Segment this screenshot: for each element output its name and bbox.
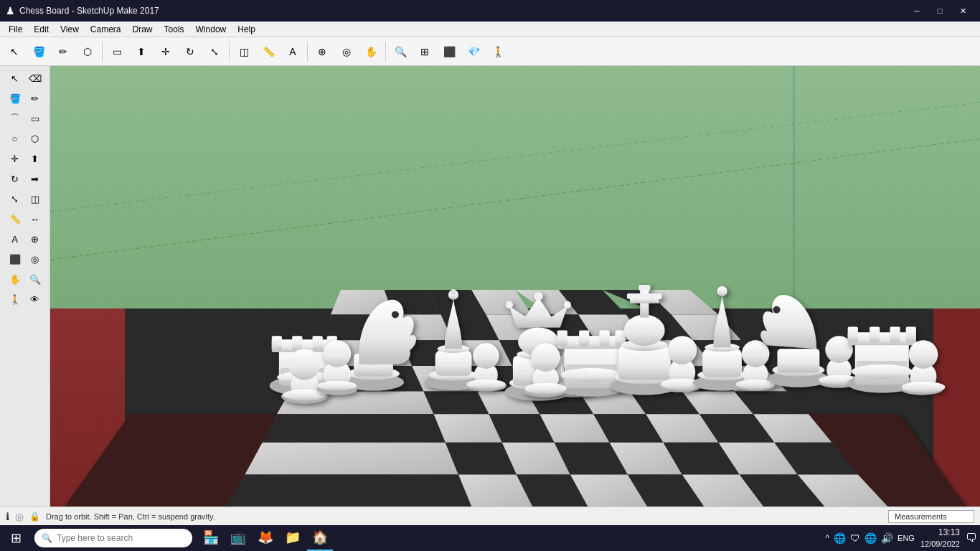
toolbar-rectangle-button[interactable]: ▭ xyxy=(105,40,128,63)
notification-button[interactable]: 🗨 xyxy=(966,532,977,545)
search-input[interactable] xyxy=(57,533,171,543)
sidebar-select-button[interactable]: ↖ xyxy=(6,69,24,88)
menu-item-view[interactable]: View xyxy=(55,23,85,36)
sidebar-zoom-button[interactable]: 🔍 xyxy=(26,270,44,288)
taskbar-app-tv[interactable]: 📺 xyxy=(225,525,251,551)
menu-item-file[interactable]: File xyxy=(3,23,28,36)
toolbar-separator xyxy=(102,42,103,62)
menu-item-help[interactable]: Help xyxy=(232,23,261,36)
titlebar-left: ♟ Chess Board - SketchUp Make 2017 xyxy=(6,5,159,17)
svg-rect-132 xyxy=(627,293,662,299)
sidebar-offset-button[interactable]: ◫ xyxy=(26,189,44,208)
sidebar-tool-pair: 🪣✏ xyxy=(6,89,44,108)
search-bar[interactable]: 🔍 xyxy=(34,529,192,547)
toolbar-section-button[interactable]: ⬛ xyxy=(438,40,461,63)
status-hint: Drag to orbit. Shift = Pan, Ctrl = suspe… xyxy=(46,512,215,521)
sidebar-push-pull-button[interactable]: ⬆ xyxy=(26,149,44,168)
menu-item-window[interactable]: Window xyxy=(190,23,232,36)
systray-chevron[interactable]: ^ xyxy=(825,533,829,543)
svg-rect-116 xyxy=(599,330,609,346)
sidebar-tool-pair: 🚶👁 xyxy=(6,290,44,309)
svg-rect-159 xyxy=(890,326,900,342)
clock-time: 13:13 xyxy=(920,527,960,539)
toolbar-text-button[interactable]: A xyxy=(281,40,304,63)
svg-marker-52 xyxy=(245,443,458,475)
toolbar-separator xyxy=(229,42,230,62)
systray: ^ 🌐 🛡 🌐 🔊 ENG xyxy=(825,532,914,544)
toolbar-shapes-button[interactable]: ⬡ xyxy=(76,40,99,63)
toolbar-push-pull-button[interactable]: ⬆ xyxy=(130,40,153,63)
toolbar-paint-button[interactable]: 🪣 xyxy=(27,40,50,63)
sidebar-arc-button[interactable]: ⌒ xyxy=(6,109,24,128)
titlebar: ♟ Chess Board - SketchUp Make 2017 ─ □ ✕ xyxy=(0,0,980,22)
sidebar-look-around-button[interactable]: 👁 xyxy=(26,290,44,309)
toolbar-select-button[interactable]: ↖ xyxy=(3,40,26,63)
toolbar-pencil-button[interactable]: ✏ xyxy=(52,40,75,63)
sidebar-follow-me-button[interactable]: ➡ xyxy=(26,169,44,188)
sidebar-tool-pair: 📏↔ xyxy=(6,209,44,228)
svg-point-106 xyxy=(564,301,571,309)
toolbar-axis-button[interactable]: ⊕ xyxy=(311,40,334,63)
svg-point-105 xyxy=(534,292,542,301)
svg-rect-131 xyxy=(639,285,650,291)
sidebar-walk-button[interactable]: 🚶 xyxy=(6,290,24,309)
sidebar-text-button[interactable]: A xyxy=(6,230,24,248)
sidebar-polygon-button[interactable]: ⬡ xyxy=(26,129,44,148)
sidebar-rotate-button[interactable]: ↻ xyxy=(6,169,24,188)
maximize-button[interactable]: □ xyxy=(928,0,951,22)
window-title: Chess Board - SketchUp Make 2017 xyxy=(19,6,159,16)
svg-point-79 xyxy=(288,349,321,380)
toolbar-zoom-fit-button[interactable]: ⊞ xyxy=(413,40,436,63)
sidebar-pan-button[interactable]: ✋ xyxy=(6,270,24,288)
sidebar-section-button[interactable]: ⬛ xyxy=(6,250,24,268)
close-button[interactable]: ✕ xyxy=(951,0,974,22)
menu-item-edit[interactable]: Edit xyxy=(28,23,55,36)
sidebar-tool-pair: ○⬡ xyxy=(6,129,44,148)
toolbar-component-button[interactable]: 💎 xyxy=(462,40,485,63)
toolbar-offset-button[interactable]: ◫ xyxy=(232,40,255,63)
sidebar-rectangle-button[interactable]: ▭ xyxy=(26,109,44,128)
sidebar-dimension-button[interactable]: ↔ xyxy=(26,209,44,228)
toolbar-tape-button[interactable]: 📏 xyxy=(257,40,280,63)
sidebar-tool-pair: ⤡◫ xyxy=(6,189,44,208)
sidebar-tape-button[interactable]: 📏 xyxy=(6,209,24,228)
svg-rect-148 xyxy=(778,349,820,373)
toolbar-walk-button[interactable]: 🚶 xyxy=(486,40,509,63)
toolbar-move-button[interactable]: ✛ xyxy=(154,40,177,63)
taskbar-app-explorer[interactable]: 📁 xyxy=(280,525,306,551)
knight-right xyxy=(760,295,859,388)
app-icon: ♟ xyxy=(6,5,15,17)
systray-sound-icon: 🔊 xyxy=(881,532,893,544)
minimize-button[interactable]: ─ xyxy=(905,0,928,22)
taskbar-app-store[interactable]: 🏪 xyxy=(198,525,224,551)
measurements-label: Measurements xyxy=(895,512,947,521)
sidebar-scale-button[interactable]: ⤡ xyxy=(6,189,24,208)
sidebar-axes-button[interactable]: ⊕ xyxy=(26,230,44,248)
menu-item-tools[interactable]: Tools xyxy=(159,23,190,36)
toolbar-rotate-button[interactable]: ↻ xyxy=(179,40,202,63)
toolbar-scale-button[interactable]: ⤡ xyxy=(203,40,226,63)
toolbar-pan-button[interactable]: ✋ xyxy=(359,40,382,63)
toolbar-zoom-button[interactable]: 🔍 xyxy=(389,40,412,63)
sidebar-pencil-button[interactable]: ✏ xyxy=(26,89,44,108)
taskbar-app-sketchup[interactable]: 🏠 xyxy=(307,525,333,551)
sidebar-orbit-button[interactable]: ◎ xyxy=(26,250,44,268)
sidebar-paint-button[interactable]: 🪣 xyxy=(6,89,24,108)
toolbar-orbit-button[interactable]: ◎ xyxy=(335,40,358,63)
menu-item-draw[interactable]: Draw xyxy=(127,23,159,36)
sidebar-move-button[interactable]: ✛ xyxy=(6,149,24,168)
sidebar-circle-button[interactable]: ○ xyxy=(6,129,24,148)
titlebar-controls: ─ □ ✕ xyxy=(905,0,974,22)
svg-point-97 xyxy=(473,343,499,369)
svg-rect-73 xyxy=(313,336,323,350)
svg-point-98 xyxy=(466,380,506,390)
viewport[interactable] xyxy=(50,66,980,507)
rook-right xyxy=(847,326,946,395)
statusbar: ℹ ◎ 🔒 Drag to orbit. Shift = Pan, Ctrl =… xyxy=(0,507,980,525)
taskbar-app-firefox[interactable]: 🦊 xyxy=(253,525,278,551)
start-button[interactable]: ⊞ xyxy=(3,525,29,551)
sidebar-eraser-button[interactable]: ⌫ xyxy=(26,69,44,88)
menu-item-camera[interactable]: Camera xyxy=(85,23,127,36)
measurements-box[interactable]: Measurements xyxy=(888,510,974,523)
svg-point-87 xyxy=(324,340,351,367)
